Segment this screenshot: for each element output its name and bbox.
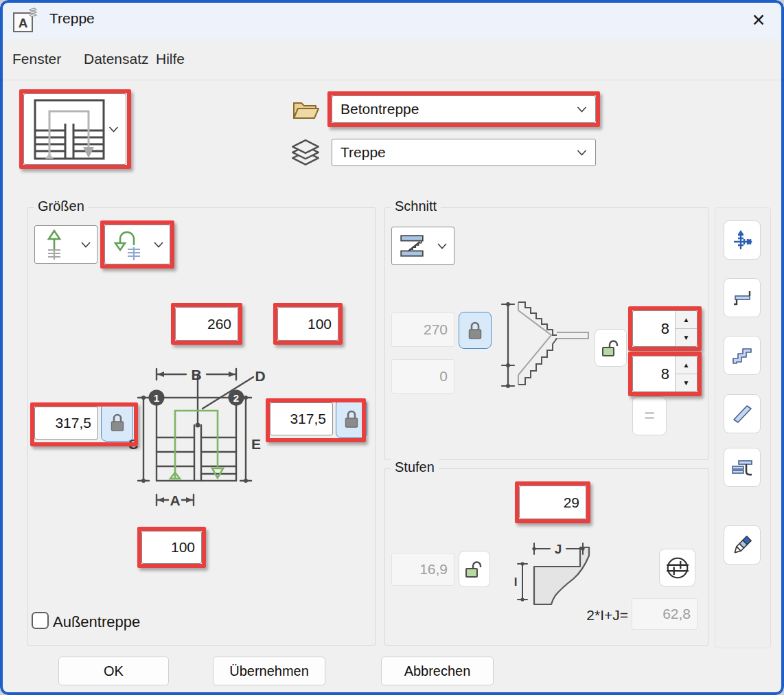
chevron-down-icon <box>154 242 163 248</box>
apply-button[interactable]: Übernehmen <box>213 657 325 685</box>
arrow-down-icon: ▼ <box>683 379 690 387</box>
groessen-label: Größen <box>34 198 89 214</box>
chevron-down-icon <box>108 126 119 133</box>
equalize-flights-button: = <box>632 396 667 435</box>
stair-plan-diagram: 1 2 B D C E A <box>126 366 273 521</box>
lock-closed-icon <box>343 409 360 429</box>
u-stair-plan-icon <box>31 98 108 161</box>
left-length-lock-button[interactable] <box>101 403 133 442</box>
allplan-app-icon: A <box>12 8 38 34</box>
catalog-dropdown[interactable]: Betontreppe <box>332 95 596 123</box>
stair-uturn-down-dropdown[interactable] <box>104 225 170 264</box>
section-type-dropdown[interactable] <box>391 227 454 265</box>
title-bar: A Treppe ✕ <box>0 0 784 39</box>
catalog-value: Betontreppe <box>341 101 419 117</box>
chevron-down-icon <box>577 106 587 113</box>
ramp-tool-button[interactable] <box>724 394 761 433</box>
equals-icon: = <box>644 405 654 426</box>
lock-open-icon <box>464 559 485 580</box>
tread-icon <box>731 287 753 309</box>
menu-bar: Fenster Datensatz Hilfe <box>0 39 784 80</box>
left-flight-length-input[interactable]: 317,5 <box>34 407 98 440</box>
riser-count-lock-button[interactable] <box>595 329 627 367</box>
layers-icon <box>289 137 322 172</box>
edit-pencil-icon <box>731 534 753 556</box>
stair-section-icon <box>399 233 425 259</box>
app-icon-letter: A <box>19 16 28 30</box>
stair-direction-up-dropdown[interactable] <box>34 225 97 264</box>
formula-value-field: 62,8 <box>632 598 697 630</box>
step-detail-diagram: J I <box>511 539 597 608</box>
schnitt-label: Schnitt <box>391 198 441 214</box>
layer-dropdown[interactable]: Treppe <box>332 139 596 166</box>
risers-upper-increment-button[interactable]: ▲ <box>676 311 697 328</box>
right-length-lock-button[interactable] <box>336 400 367 438</box>
risers-lower-spinner: 8 ▲ ▼ <box>632 356 697 392</box>
plan-label-d: D <box>255 368 265 384</box>
riser-tread-adjust-button[interactable] <box>659 549 695 586</box>
step-label-j: J <box>555 542 562 556</box>
chevron-down-icon <box>437 243 447 249</box>
open-folder-icon <box>290 97 321 124</box>
close-icon: ✕ <box>752 10 766 30</box>
close-button[interactable]: ✕ <box>746 7 772 33</box>
stair-direction-up-icon <box>41 229 67 260</box>
risers-lower-value[interactable]: 8 <box>633 356 675 391</box>
risers-lower-decrement-button[interactable]: ▼ <box>676 374 697 391</box>
arrow-up-icon: ▲ <box>683 361 690 369</box>
arrow-up-icon: ▲ <box>683 316 690 323</box>
plan-mark-2: 2 <box>233 392 239 404</box>
step-count-input[interactable]: 29 <box>519 486 586 519</box>
menu-datensatz[interactable]: Datensatz <box>84 39 149 79</box>
menu-hilfe[interactable]: Hilfe <box>156 39 185 79</box>
stufen-label: Stufen <box>391 459 439 475</box>
arrow-down-icon: ▼ <box>683 334 690 341</box>
stairs-tool-button[interactable] <box>724 336 761 375</box>
total-rise-input: 270 <box>391 312 454 347</box>
stair-type-dropdown[interactable] <box>23 93 126 165</box>
app-icon-badge <box>30 8 36 16</box>
aussentreppe-checkbox[interactable] <box>32 612 49 629</box>
risers-lower-increment-button[interactable]: ▲ <box>676 356 697 374</box>
edit-pencil-button[interactable] <box>724 525 761 565</box>
formula-label: 2*I+J= <box>522 607 628 624</box>
riser-height-lock-button[interactable] <box>459 551 490 587</box>
stair-section-diagram <box>499 299 592 389</box>
chevron-down-icon <box>81 242 91 248</box>
step-label-i: I <box>514 576 518 589</box>
chevron-down-icon <box>577 150 587 156</box>
window-title: Treppe <box>49 10 95 27</box>
menu-fenster[interactable]: Fenster <box>12 39 61 79</box>
stairs-icon <box>731 345 753 367</box>
cancel-button[interactable]: Abbrechen <box>381 657 494 685</box>
ramp-icon <box>731 403 753 425</box>
aussentreppe-label: Außentreppe <box>53 613 140 631</box>
dimension-tool-button[interactable] <box>724 220 761 260</box>
right-flight-length-input[interactable]: 317,5 <box>270 402 333 435</box>
risers-upper-value[interactable]: 8 <box>633 311 675 346</box>
lock-open-icon <box>601 338 621 358</box>
top-width-input[interactable]: 100 <box>277 307 338 341</box>
riser-tread-adjust-icon <box>665 556 690 580</box>
lock-closed-icon <box>108 412 126 433</box>
offset-input: 0 <box>391 359 454 394</box>
treppe-dialog: A Treppe ✕ Fenster Datensatz Hilfe <box>0 0 784 695</box>
risers-upper-spinner: 8 ▲ ▼ <box>632 310 697 347</box>
risers-upper-decrement-button[interactable]: ▼ <box>676 328 697 346</box>
bottom-width-input[interactable]: 100 <box>141 531 202 564</box>
plan-label-a: A <box>170 492 180 508</box>
plan-label-b: B <box>191 367 201 383</box>
plan-mark-1: 1 <box>154 392 159 404</box>
riser-height-input: 16,9 <box>391 553 454 586</box>
rise-lock-button[interactable] <box>459 312 492 349</box>
layer-value: Treppe <box>341 144 386 161</box>
dimension-icon <box>731 229 753 251</box>
tread-run-input[interactable]: 260 <box>175 307 238 341</box>
lock-closed-icon <box>466 320 484 341</box>
stair-uturn-down-icon <box>111 228 143 261</box>
ok-button[interactable]: OK <box>58 657 169 685</box>
plan-label-e: E <box>251 436 261 452</box>
stringer-icon <box>731 457 753 479</box>
tread-tool-button[interactable] <box>724 278 761 317</box>
stringer-tool-button[interactable] <box>724 448 761 487</box>
